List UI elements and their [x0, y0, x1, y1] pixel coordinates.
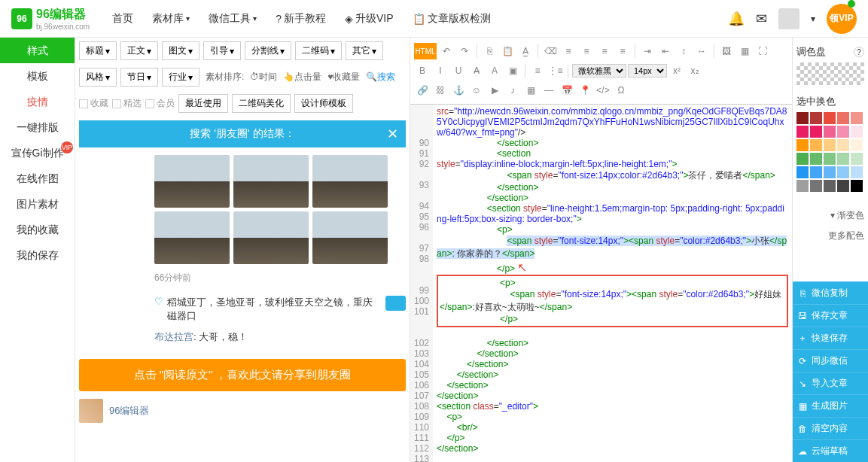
cta-banner[interactable]: 点击 "阅读原文" ，喜欢此文请分享到朋友圈 [79, 359, 406, 391]
underline-icon[interactable]: U [450, 62, 467, 79]
action-保存文章[interactable]: 🖫保存文章 [793, 304, 868, 327]
align-left-icon[interactable]: ≡ [560, 43, 577, 59]
color-swatch[interactable] [824, 153, 836, 165]
lineheight-icon[interactable]: ↕ [675, 43, 692, 59]
action-生成图片[interactable]: ▦生成图片 [793, 394, 868, 417]
unlink-icon[interactable]: ⛓ [432, 82, 449, 99]
fullscreen-icon[interactable]: ⛶ [754, 43, 771, 59]
color-swatch[interactable] [851, 180, 863, 192]
btn-designer[interactable]: 设计师模板 [294, 94, 353, 113]
map-icon[interactable]: 📍 [577, 82, 593, 99]
color-swatch[interactable] [837, 166, 849, 178]
color-swatch[interactable] [851, 153, 863, 165]
sub-icon[interactable]: x₂ [687, 62, 703, 79]
color-swatch[interactable] [810, 153, 822, 165]
align-right-icon[interactable]: ≡ [596, 43, 613, 59]
audio-icon[interactable]: ♪ [504, 82, 521, 99]
image-icon[interactable]: 🖼 [718, 43, 735, 59]
emoji-icon[interactable]: ☺ [468, 82, 485, 99]
sup-icon[interactable]: x² [669, 62, 685, 79]
color-swatch[interactable] [837, 180, 849, 192]
color-swatch[interactable] [851, 126, 863, 138]
video-icon[interactable]: ▶ [486, 82, 503, 99]
html-button[interactable]: HTML [414, 43, 437, 59]
transparent-swatch[interactable] [796, 62, 864, 85]
italic-icon[interactable]: I [432, 62, 449, 79]
thumb[interactable] [312, 155, 388, 208]
filter-divider[interactable]: 分割线▾ [245, 41, 291, 60]
color-swatch[interactable] [851, 139, 863, 151]
indent-icon[interactable]: ⇥ [639, 43, 656, 59]
bold-icon[interactable]: B [414, 62, 431, 79]
date-icon[interactable]: 📅 [559, 82, 575, 99]
tab-drawing[interactable]: 在线作图 [0, 166, 75, 191]
filter-title[interactable]: 标题▾ [79, 41, 117, 60]
tab-epidemic[interactable]: 疫情 [0, 89, 75, 114]
color-swatch[interactable] [796, 126, 809, 138]
filter-other[interactable]: 其它▾ [346, 41, 383, 60]
tab-style[interactable]: 样式 [0, 38, 75, 63]
color-swatch[interactable] [824, 139, 836, 151]
color-swatch[interactable] [810, 166, 822, 178]
chevron-down-icon[interactable]: ▾ [811, 14, 815, 24]
font-select[interactable]: 微软雅黑 [572, 64, 626, 78]
align-center-icon[interactable]: ≡ [578, 43, 595, 59]
size-select[interactable]: 14px [628, 64, 667, 78]
check-fav[interactable]: 收藏 [79, 97, 108, 110]
action-清空内容[interactable]: 🗑清空内容 [793, 417, 868, 439]
undo-icon[interactable]: ↶ [438, 43, 455, 59]
filter-guide[interactable]: 引导▾ [203, 41, 241, 60]
clearformat-icon[interactable]: ⌫ [542, 43, 559, 59]
color-swatch[interactable] [851, 112, 863, 124]
color-swatch[interactable] [824, 180, 836, 192]
tab-typeset[interactable]: 一键排版 [0, 114, 75, 140]
special-icon[interactable]: Ω [613, 82, 629, 99]
ul-icon[interactable]: ⋮≡ [547, 62, 564, 79]
color-swatch[interactable] [796, 112, 809, 124]
filter-body[interactable]: 正文▾ [120, 41, 158, 60]
thumb[interactable] [154, 155, 230, 208]
thumb[interactable] [233, 155, 309, 208]
thumb[interactable] [233, 211, 309, 264]
redo-icon[interactable]: ↷ [456, 43, 473, 59]
speech-icon[interactable] [385, 296, 406, 311]
search-button[interactable]: 🔍搜索 [366, 71, 395, 84]
help-icon[interactable]: ? [854, 47, 864, 57]
color-swatch[interactable] [824, 166, 836, 178]
color-swatch[interactable] [851, 166, 863, 178]
tab-images[interactable]: 图片素材 [0, 191, 75, 217]
bg-icon[interactable]: ▦ [736, 43, 753, 59]
nav-tutorial[interactable]: ?新手教程 [276, 12, 326, 26]
color-swatch[interactable] [837, 139, 849, 151]
tab-favorites[interactable]: 我的收藏 [0, 217, 75, 242]
sort-favs[interactable]: ♥收藏量 [327, 71, 360, 84]
align-justify-icon[interactable]: ≡ [614, 43, 631, 59]
spacing-icon[interactable]: ↔ [693, 43, 710, 59]
color-swatch[interactable] [796, 180, 809, 192]
gradient-link[interactable]: ▾ 渐变色 [796, 205, 864, 226]
tab-saved[interactable]: 我的保存 [0, 242, 75, 268]
color-swatch[interactable] [810, 180, 822, 192]
tab-template[interactable]: 模板 [0, 63, 75, 89]
nav-copyright[interactable]: 📋文章版权检测 [413, 12, 491, 26]
nav-wechat-tools[interactable]: 微信工具▾ [209, 12, 257, 26]
filter-style[interactable]: 风格▾ [79, 68, 117, 87]
color-swatch[interactable] [796, 166, 809, 178]
color-swatch[interactable] [796, 139, 809, 151]
nav-vip[interactable]: ◈升级VIP [345, 12, 394, 26]
code-area[interactable]: 909192 93 949596 9798 99100101 102103104… [410, 105, 792, 462]
color-swatch[interactable] [824, 112, 836, 124]
color-swatch[interactable] [796, 193, 809, 205]
check-member[interactable]: 会员 [145, 97, 175, 110]
action-微信复制[interactable]: ⎘微信复制 [793, 281, 868, 304]
action-云端草稿[interactable]: ☁云端草稿 [793, 439, 868, 462]
strike-icon[interactable]: A̶ [468, 62, 485, 79]
check-featured[interactable]: 精选 [112, 97, 142, 110]
color-swatch[interactable] [837, 112, 849, 124]
color-icon[interactable]: A [486, 62, 503, 79]
sort-clicks[interactable]: 👆点击量 [283, 71, 321, 84]
action-快速保存[interactable]: +快速保存 [793, 327, 868, 349]
table-icon[interactable]: ▦ [522, 82, 539, 99]
copy-icon[interactable]: ⎘ [481, 43, 498, 59]
hr-icon[interactable]: — [541, 82, 557, 99]
